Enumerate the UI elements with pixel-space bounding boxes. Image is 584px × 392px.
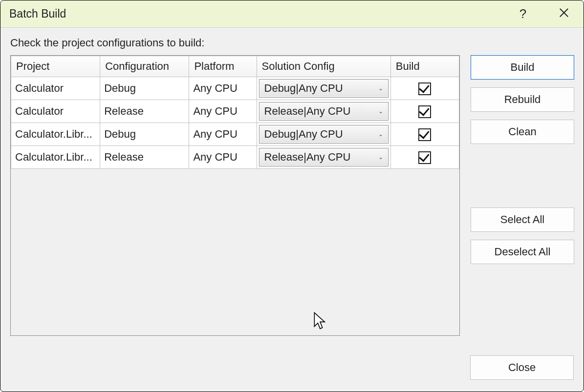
cell-build-checkbox [390,100,459,123]
cell-project: Calculator [11,100,100,123]
close-button[interactable]: Close [470,355,574,380]
cell-build-checkbox [390,77,459,100]
header-configuration[interactable]: Configuration [100,56,189,77]
cell-solution-config: Release|Any CPU⌄ [257,146,390,169]
solution-config-dropdown[interactable]: Release|Any CPU⌄ [259,148,389,166]
select-all-button[interactable]: Select All [471,207,574,232]
clean-button-label: Clean [508,125,536,138]
select-all-label: Select All [500,213,545,226]
chevron-down-icon: ⌄ [378,85,383,92]
cell-configuration: Release [100,100,189,123]
header-solution-config[interactable]: Solution Config [257,56,390,77]
build-checkbox[interactable] [418,128,431,141]
chevron-down-icon: ⌄ [378,108,383,115]
dropdown-selected-text: Debug|Any CPU [264,128,378,141]
deselect-all-button[interactable]: Deselect All [471,240,574,264]
action-button-column: Build Rebuild Clean Select All Deselect … [471,55,574,336]
main-area: Project Configuration Platform Solution … [10,55,574,336]
close-icon [559,6,569,21]
build-checkbox[interactable] [418,105,431,118]
cell-project: Calculator [11,77,100,100]
table-row[interactable]: CalculatorDebugAny CPUDebug|Any CPU⌄ [11,77,459,100]
cell-platform: Any CPU [189,146,257,169]
close-button-label: Close [508,361,536,374]
table-header-row: Project Configuration Platform Solution … [11,56,459,77]
config-table-container: Project Configuration Platform Solution … [10,55,460,336]
chevron-down-icon: ⌄ [378,131,383,138]
dialog-content: Check the project configurations to buil… [0,28,584,392]
table-row[interactable]: Calculator.Libr...DebugAny CPUDebug|Any … [11,123,459,146]
cell-configuration: Release [100,146,189,169]
deselect-all-label: Deselect All [495,246,551,258]
dropdown-selected-text: Debug|Any CPU [264,82,378,95]
table-row[interactable]: CalculatorReleaseAny CPURelease|Any CPU⌄ [11,100,459,123]
cell-configuration: Debug [100,77,189,100]
cell-build-checkbox [390,123,459,146]
cell-platform: Any CPU [189,77,257,100]
header-project[interactable]: Project [11,56,100,77]
build-button[interactable]: Build [471,55,574,80]
rebuild-button-label: Rebuild [504,93,541,106]
header-platform[interactable]: Platform [189,56,257,77]
help-button[interactable]: ? [512,3,534,25]
solution-config-dropdown[interactable]: Debug|Any CPU⌄ [259,125,389,144]
window-close-button[interactable] [553,3,575,25]
batch-build-dialog: Batch Build ? Check the project configur… [0,0,584,392]
cell-project: Calculator.Libr... [11,123,100,146]
table-row[interactable]: Calculator.Libr...ReleaseAny CPURelease|… [11,146,459,169]
cell-project: Calculator.Libr... [11,146,100,169]
rebuild-button[interactable]: Rebuild [471,87,574,112]
build-button-label: Build [511,61,535,74]
cell-platform: Any CPU [189,123,257,146]
config-table: Project Configuration Platform Solution … [11,56,459,169]
solution-config-dropdown[interactable]: Release|Any CPU⌄ [259,102,389,121]
cell-solution-config: Release|Any CPU⌄ [257,100,390,123]
help-icon: ? [519,6,526,21]
title-bar: Batch Build ? [0,0,584,28]
dropdown-selected-text: Release|Any CPU [264,105,378,118]
chevron-down-icon: ⌄ [378,154,383,161]
solution-config-dropdown[interactable]: Debug|Any CPU⌄ [259,79,389,98]
dropdown-selected-text: Release|Any CPU [264,151,378,164]
clean-button[interactable]: Clean [471,120,574,144]
build-checkbox[interactable] [418,83,431,95]
cell-solution-config: Debug|Any CPU⌄ [257,123,390,146]
header-build[interactable]: Build [390,56,459,77]
build-checkbox[interactable] [418,151,431,164]
cell-platform: Any CPU [189,100,257,123]
cell-solution-config: Debug|Any CPU⌄ [257,77,390,100]
cell-build-checkbox [390,146,459,169]
close-button-row: Close [470,355,574,380]
dialog-title: Batch Build [9,7,512,21]
cell-configuration: Debug [100,123,189,146]
instruction-text: Check the project configurations to buil… [10,37,574,49]
